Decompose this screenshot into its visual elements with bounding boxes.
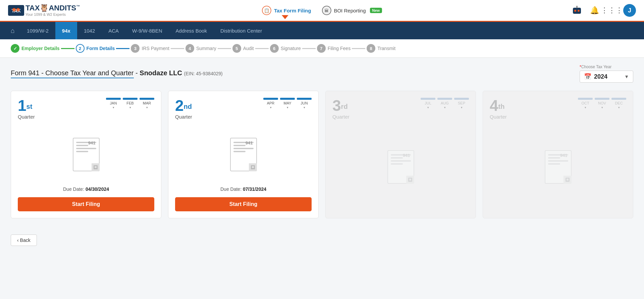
q4-corner-icon [565, 177, 570, 182]
nav-1042[interactable]: 1042 [77, 22, 102, 39]
quarter-card-2[interactable]: 2nd Quarter APR ▾ MAY ▾ [168, 91, 319, 218]
month-feb: FEB ▾ [123, 98, 138, 109]
nav-1099-w2[interactable]: 1099/W-2 [20, 22, 55, 39]
bot-icon-btn[interactable] [571, 4, 583, 16]
month-jul-bar [421, 98, 435, 100]
month-aug-bar [437, 98, 452, 100]
month-jun-bar [297, 98, 312, 100]
month-aug: AUG ▾ [437, 98, 452, 109]
month-apr-label: APR [267, 101, 275, 105]
step-line-3 [171, 48, 184, 49]
q1-due-date: Due Date: 04/30/2024 [63, 186, 109, 192]
month-jul-arrow: ▾ [427, 106, 429, 109]
step-line-2 [116, 48, 129, 49]
nav-94x[interactable]: 94x [55, 22, 77, 39]
month-feb-bar [123, 98, 138, 100]
nav-w9-w8ben[interactable]: W-9/W-8BEN [125, 22, 169, 39]
step-3-label: IRS Payment [142, 46, 169, 51]
quarter-3-months: JUL ▾ AUG ▾ SEP ▾ [421, 98, 469, 109]
month-aug-arrow: ▾ [444, 106, 446, 109]
tax-form-filing-link[interactable]: 📋 Tax Form Filing [262, 6, 311, 15]
month-mar-bar [140, 98, 154, 100]
logo-andits: ANDITS [49, 4, 76, 12]
q3-form-num: 941 [403, 153, 410, 158]
boi-new-badge: New [370, 8, 382, 13]
month-sep-bar [454, 98, 469, 100]
step-line-7 [352, 48, 365, 49]
back-button[interactable]: ‹ Back [11, 234, 37, 246]
nav-home[interactable]: ⌂ [5, 22, 20, 39]
quarter-4-months: OCT ▾ NOV ▾ DEC ▾ [578, 98, 626, 109]
logo-subtitle: Your 1099 & W2 Experts [25, 12, 80, 16]
quarter-card-1[interactable]: 1st Quarter JAN ▾ FEB ▾ [11, 91, 161, 218]
svg-text:🏛: 🏛 [324, 8, 329, 13]
step-5: 5 Audit [232, 44, 254, 53]
month-oct-label: OCT [581, 101, 589, 105]
svg-text:o: o [13, 9, 15, 11]
user-avatar[interactable]: J [623, 4, 636, 17]
q2-line-2 [233, 145, 246, 146]
step-8-label: Transmit [377, 46, 395, 51]
month-jan-arrow: ▾ [113, 106, 114, 109]
grid-apps-icon[interactable]: ⋮⋮⋮ [606, 4, 618, 16]
q1-doc-corner [92, 163, 100, 171]
quarter-3-num: 3 [332, 97, 341, 114]
tax-year-dropdown[interactable]: 📅 2024 ▼ [580, 71, 633, 83]
month-jun-label: JUN [301, 101, 308, 105]
month-nov-arrow: ▾ [601, 106, 603, 109]
quarter-2-num-block: 2nd Quarter [175, 98, 192, 120]
center-nav: 📋 Tax Form Filing 🏛 BOI Reporting New [262, 6, 382, 15]
q1-start-filing-btn[interactable]: Start Filing [18, 197, 154, 211]
q1-line-2 [76, 145, 88, 146]
q4-line-4 [548, 163, 560, 165]
month-dec: DEC ▾ [611, 98, 626, 109]
step-4-label: Summary [196, 46, 216, 51]
quarter-card-4: 4th Quarter OCT ▾ NOV ▾ [483, 91, 633, 218]
quarter-1-ord: st [26, 103, 33, 110]
month-nov-label: NOV [598, 101, 606, 105]
chevron-down-icon: ▼ [624, 74, 629, 79]
back-row: ‹ Back [0, 229, 644, 251]
q3-form-icon: 941 [387, 128, 414, 206]
nav-address-book[interactable]: Address Book [169, 22, 214, 39]
step-2-circle: 2 [76, 44, 85, 53]
quarter-1-header: 1st Quarter JAN ▾ FEB ▾ [18, 98, 154, 120]
month-sep-arrow: ▾ [461, 106, 463, 109]
svg-text:📋: 📋 [264, 8, 270, 13]
quarter-card-3: 3rd Quarter JUL ▾ AUG ▾ [325, 91, 476, 218]
quarter-3-num-block: 3rd Quarter [332, 98, 350, 120]
quarters-grid: 1st Quarter JAN ▾ FEB ▾ [11, 91, 633, 218]
nav-aca[interactable]: ACA [102, 22, 125, 39]
q1-line-3 [76, 148, 96, 149]
step-6-label: Signature [281, 46, 301, 51]
svg-rect-18 [251, 165, 255, 169]
month-jul-label: JUL [425, 101, 431, 105]
step-4: 4 Summary [185, 44, 216, 53]
logo-text: TAX🦉ANDITS™ Your 1099 & W2 Experts [25, 4, 80, 16]
quarter-1-label: Quarter [18, 114, 35, 120]
svg-point-14 [576, 6, 578, 7]
step-6-circle: 6 [270, 44, 279, 53]
q2-line-4 [233, 151, 246, 152]
q2-doc-corner [249, 163, 257, 171]
q2-start-filing-btn[interactable]: Start Filing [175, 197, 312, 211]
nav-distribution-center[interactable]: Distribution Center [214, 22, 269, 39]
form-title: Form 941 - Choose Tax Year and Quarter [11, 69, 134, 78]
step-7: 7 Filing Fees [317, 44, 351, 53]
notification-bell[interactable]: 🔔 [588, 4, 600, 16]
month-dec-arrow: ▾ [618, 106, 620, 109]
month-may-bar [280, 98, 295, 100]
svg-text:o: o [17, 9, 19, 11]
q1-line-4 [76, 151, 88, 152]
right-icons: 🔔 ⋮⋮⋮ J [571, 4, 636, 17]
month-aug-label: AUG [441, 101, 449, 105]
month-may: MAY ▾ [280, 98, 295, 109]
quarter-4-num-block: 4th Quarter [490, 98, 507, 120]
step-8: 8 Transmit [367, 44, 395, 53]
boi-reporting-link[interactable]: 🏛 BOI Reporting New [322, 6, 382, 15]
quarter-2-header: 2nd Quarter APR ▾ MAY ▾ [175, 98, 312, 120]
step-1-label: Employer Details [21, 46, 60, 51]
q4-line-2 [548, 157, 560, 159]
month-oct: OCT ▾ [578, 98, 593, 109]
quarter-1-num: 1 [18, 97, 26, 114]
